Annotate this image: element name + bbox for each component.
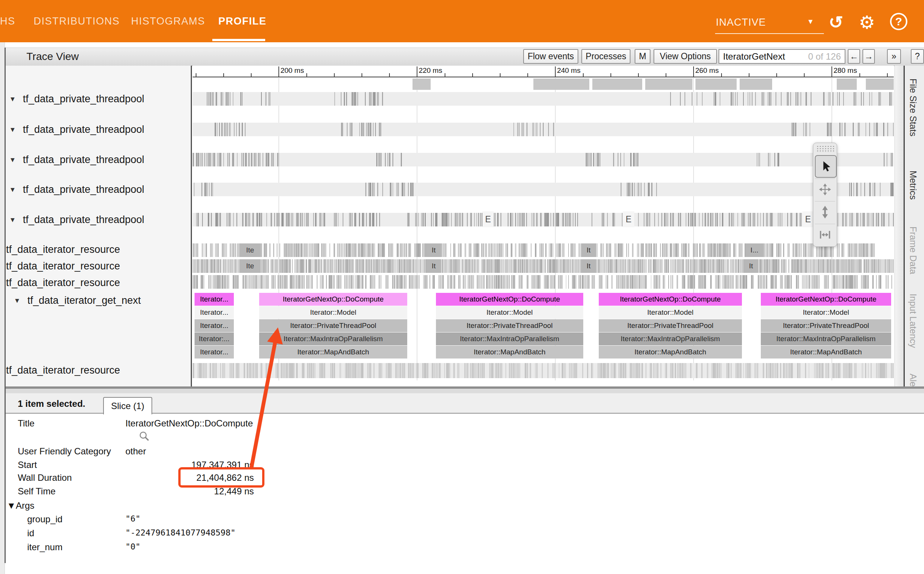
pan-tool-button[interactable] [815, 178, 835, 200]
iterator-subslice[interactable]: Iterator... [195, 346, 234, 358]
expand-triangle-icon[interactable]: ▾ [11, 125, 15, 134]
find-prev-button[interactable]: ← [848, 49, 860, 64]
iterator-subslice[interactable]: Iterator::Model [436, 306, 583, 319]
ruler-tick [749, 73, 750, 77]
expand-triangle-icon[interactable]: ▾ [11, 215, 15, 224]
search-input[interactable]: IteratorGetNext [719, 51, 808, 62]
track-label-expandable-2[interactable]: ▾tf_data_private_threadpool [11, 153, 144, 166]
resource-slice-label[interactable]: It [426, 259, 441, 273]
get-next-slice[interactable]: IteratorGetNextOp::DoCompute [599, 293, 742, 306]
settings-icon[interactable]: ⚙ [857, 12, 877, 32]
vertical-scrollbar[interactable] [894, 66, 904, 386]
iterator-subslice[interactable]: Iterator::MapAndBatch [761, 346, 891, 358]
view-options-button[interactable]: View Options [653, 49, 717, 64]
expand-triangle-icon[interactable]: ▾ [11, 155, 15, 164]
find-next-button[interactable]: → [862, 49, 875, 64]
iterator-subslice[interactable]: Iterator::PrivateThreadPool [599, 319, 742, 332]
processes-button[interactable]: Processes [581, 49, 630, 64]
refresh-icon[interactable]: ↺ [826, 12, 846, 32]
get-next-slice[interactable]: IteratorGetNextOp::DoCompute [761, 293, 891, 306]
iterator-subslice[interactable]: Iterator::MapAndBatch [599, 346, 742, 358]
thread-band-noise-2 [193, 123, 894, 136]
iterator-subslice[interactable]: Iterator::MaxIntraOpParallelism [761, 333, 891, 345]
iterator-subslice[interactable]: Iterator::PrivateThreadPool [761, 319, 891, 332]
resource-slice-label[interactable]: It [744, 259, 759, 273]
timing-tool-button[interactable] [815, 224, 835, 245]
iterator-subslice[interactable]: Iterator... [195, 306, 234, 319]
iterator-subslice[interactable]: Iterator::Model [599, 306, 742, 319]
expand-triangle-icon[interactable]: ▾ [15, 296, 19, 305]
resource-slice-label[interactable]: It [581, 243, 596, 257]
chevron-down-icon[interactable]: ▾ [808, 17, 813, 27]
partial-track-block [592, 79, 642, 90]
zoom-tool-button[interactable] [815, 201, 835, 223]
track-label-expandable-1[interactable]: ▾tf_data_private_threadpool [11, 123, 144, 136]
expand-triangle-icon[interactable]: ▾ [11, 95, 15, 103]
iterator-subslice[interactable]: Iterator... [195, 319, 234, 332]
ruler-tick [693, 66, 694, 77]
ruler-tick [804, 73, 805, 77]
m-button[interactable]: M [634, 49, 650, 64]
track-label-expandable-0[interactable]: ▾tf_data_private_threadpool [11, 93, 144, 105]
expand-panel-button[interactable]: » [887, 49, 901, 64]
thread-band-noise-4 [193, 183, 894, 196]
active-tab-underline [212, 39, 265, 41]
track-label-expandable-3[interactable]: ▾tf_data_private_threadpool [11, 183, 144, 196]
side-tab-file-size-stats[interactable]: File Size Stats [908, 79, 918, 136]
ruler-tick [196, 73, 196, 77]
measure-range-icon [818, 228, 832, 241]
iterator-subslice[interactable]: Iterator::MapAndBatch [259, 346, 407, 358]
arg-value-id: "-2247961841077948598" [125, 528, 235, 538]
horizontal-scrollbar[interactable] [6, 389, 924, 393]
tab-slice[interactable]: Slice (1) [103, 397, 152, 415]
ruler-tick-label: 220 ms [419, 66, 442, 75]
iterator-subslice[interactable]: Iterator::PrivateThreadPool [436, 319, 583, 332]
select-tool-button[interactable] [815, 155, 837, 178]
trace-search-box[interactable]: IteratorGetNext 0 of 126 [718, 49, 845, 64]
expand-triangle-icon[interactable]: ▾ [11, 185, 15, 194]
async-event-marker[interactable]: E [623, 211, 634, 227]
args-section-header[interactable]: ▼Args [7, 500, 34, 511]
iterator-subslice[interactable]: Iterator::MaxIntraOpParallelism [599, 333, 742, 345]
resource-slice-label[interactable]: Ite [239, 243, 261, 257]
trace-tool-palette [813, 143, 837, 247]
iterator-subslice[interactable]: Iterator::MaxIntraOpParallelism [436, 333, 583, 345]
tab-histograms[interactable]: HISTOGRAMS [131, 0, 205, 42]
tab-distributions[interactable]: DISTRIBUTIONS [33, 0, 120, 42]
resource-slice-label[interactable]: It [426, 243, 441, 257]
iterator-subslice[interactable]: Iterator::MaxIntraOpParallelism [259, 333, 407, 345]
tab-profile[interactable]: PROFILE [218, 0, 267, 42]
iterator-subslice[interactable]: Iterator::PrivateThreadPool [259, 319, 407, 332]
get-next-slice[interactable]: IteratorGetNextOp::DoCompute [259, 293, 407, 306]
side-tab-input-latency: Input Latency [908, 293, 918, 348]
iterator-subslice[interactable]: Iterator::MapAndBatch [436, 346, 583, 358]
search-result-count: 0 of 126 [808, 51, 845, 62]
field-value-title: IteratorGetNextOp::DoCompute [125, 418, 253, 429]
tab-hs[interactable]: HS [0, 0, 16, 42]
ruler-tick [638, 73, 639, 77]
iterator-subslice[interactable]: Iterator::Model [761, 306, 891, 319]
ruler-tick [472, 73, 473, 77]
get-next-slice[interactable]: Iterator... [195, 293, 234, 306]
async-event-marker[interactable]: E [802, 211, 814, 227]
resource-row-noise-2 [193, 259, 894, 273]
track-label-expandable-4[interactable]: ▾tf_data_private_threadpool [11, 213, 144, 226]
async-event-marker[interactable]: E [483, 211, 494, 227]
vertical-zoom-icon [818, 205, 832, 219]
help-icon[interactable]: ? [890, 13, 907, 30]
ruler-tick [887, 73, 888, 77]
resource-slice-label[interactable]: Ite [239, 259, 261, 273]
resource-row-noise-3 [193, 275, 894, 289]
track-label-expandable-8[interactable]: ▾tf_data_iterator_get_next [15, 294, 141, 307]
flow-events-button[interactable]: Flow events [523, 49, 578, 64]
trace-help-button[interactable]: ? [911, 49, 924, 64]
get-next-slice[interactable]: IteratorGetNextOp::DoCompute [436, 293, 583, 306]
resource-slice-label[interactable]: It [581, 259, 596, 273]
iterator-subslice[interactable]: Iterator:... [195, 333, 234, 345]
resource-slice-label[interactable]: I... [746, 243, 763, 257]
magnifier-icon[interactable] [138, 430, 150, 442]
side-tab-metrics[interactable]: Metrics [908, 170, 918, 200]
run-selector[interactable]: INACTIVE [716, 17, 766, 28]
iterator-subslice[interactable]: Iterator::Model [259, 306, 407, 319]
palette-drag-handle[interactable] [816, 145, 834, 153]
